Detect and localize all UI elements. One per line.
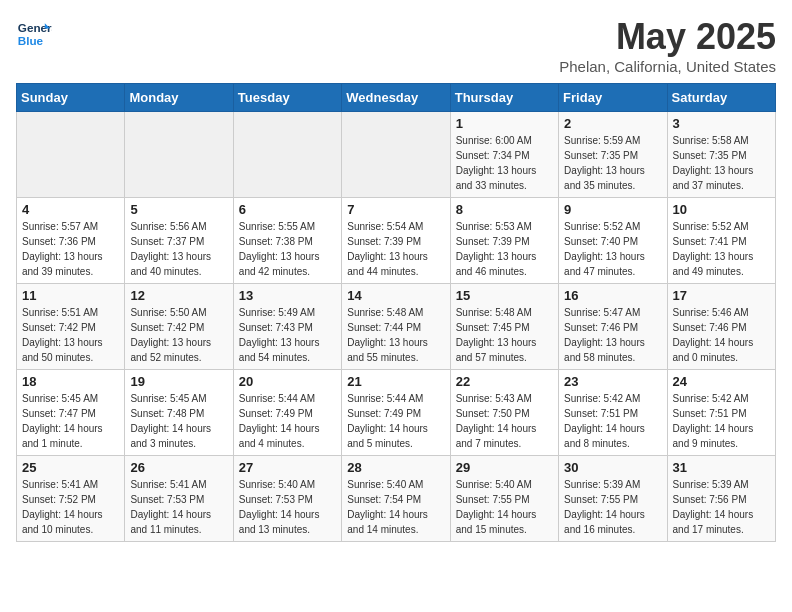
- day-info: Sunrise: 5:41 AM Sunset: 7:53 PM Dayligh…: [130, 477, 227, 537]
- calendar-cell: 18Sunrise: 5:45 AM Sunset: 7:47 PM Dayli…: [17, 370, 125, 456]
- day-info: Sunrise: 5:52 AM Sunset: 7:41 PM Dayligh…: [673, 219, 770, 279]
- day-info: Sunrise: 5:40 AM Sunset: 7:55 PM Dayligh…: [456, 477, 553, 537]
- svg-text:Blue: Blue: [18, 34, 44, 47]
- week-row-5: 25Sunrise: 5:41 AM Sunset: 7:52 PM Dayli…: [17, 456, 776, 542]
- day-number: 8: [456, 202, 553, 217]
- day-number: 11: [22, 288, 119, 303]
- page-header: General Blue May 2025 Phelan, California…: [16, 16, 776, 75]
- calendar-cell: 21Sunrise: 5:44 AM Sunset: 7:49 PM Dayli…: [342, 370, 450, 456]
- calendar-cell: 16Sunrise: 5:47 AM Sunset: 7:46 PM Dayli…: [559, 284, 667, 370]
- week-row-1: 1Sunrise: 6:00 AM Sunset: 7:34 PM Daylig…: [17, 112, 776, 198]
- day-info: Sunrise: 5:57 AM Sunset: 7:36 PM Dayligh…: [22, 219, 119, 279]
- day-info: Sunrise: 5:55 AM Sunset: 7:38 PM Dayligh…: [239, 219, 336, 279]
- calendar-cell: 11Sunrise: 5:51 AM Sunset: 7:42 PM Dayli…: [17, 284, 125, 370]
- calendar-cell: 9Sunrise: 5:52 AM Sunset: 7:40 PM Daylig…: [559, 198, 667, 284]
- calendar-cell: 22Sunrise: 5:43 AM Sunset: 7:50 PM Dayli…: [450, 370, 558, 456]
- day-info: Sunrise: 5:40 AM Sunset: 7:54 PM Dayligh…: [347, 477, 444, 537]
- calendar-cell: 4Sunrise: 5:57 AM Sunset: 7:36 PM Daylig…: [17, 198, 125, 284]
- day-number: 7: [347, 202, 444, 217]
- month-title: May 2025: [559, 16, 776, 58]
- day-info: Sunrise: 5:48 AM Sunset: 7:44 PM Dayligh…: [347, 305, 444, 365]
- calendar-cell: 3Sunrise: 5:58 AM Sunset: 7:35 PM Daylig…: [667, 112, 775, 198]
- calendar-cell: 5Sunrise: 5:56 AM Sunset: 7:37 PM Daylig…: [125, 198, 233, 284]
- day-number: 14: [347, 288, 444, 303]
- calendar-cell: 10Sunrise: 5:52 AM Sunset: 7:41 PM Dayli…: [667, 198, 775, 284]
- day-info: Sunrise: 5:40 AM Sunset: 7:53 PM Dayligh…: [239, 477, 336, 537]
- calendar-cell: 7Sunrise: 5:54 AM Sunset: 7:39 PM Daylig…: [342, 198, 450, 284]
- day-number: 6: [239, 202, 336, 217]
- day-info: Sunrise: 5:53 AM Sunset: 7:39 PM Dayligh…: [456, 219, 553, 279]
- day-number: 4: [22, 202, 119, 217]
- day-info: Sunrise: 5:48 AM Sunset: 7:45 PM Dayligh…: [456, 305, 553, 365]
- day-number: 2: [564, 116, 661, 131]
- weekday-header-thursday: Thursday: [450, 84, 558, 112]
- day-number: 25: [22, 460, 119, 475]
- day-number: 5: [130, 202, 227, 217]
- calendar-cell: 14Sunrise: 5:48 AM Sunset: 7:44 PM Dayli…: [342, 284, 450, 370]
- location: Phelan, California, United States: [559, 58, 776, 75]
- day-number: 27: [239, 460, 336, 475]
- day-number: 22: [456, 374, 553, 389]
- day-number: 30: [564, 460, 661, 475]
- calendar-cell: 13Sunrise: 5:49 AM Sunset: 7:43 PM Dayli…: [233, 284, 341, 370]
- calendar-cell: 30Sunrise: 5:39 AM Sunset: 7:55 PM Dayli…: [559, 456, 667, 542]
- day-info: Sunrise: 5:56 AM Sunset: 7:37 PM Dayligh…: [130, 219, 227, 279]
- week-row-2: 4Sunrise: 5:57 AM Sunset: 7:36 PM Daylig…: [17, 198, 776, 284]
- weekday-header-tuesday: Tuesday: [233, 84, 341, 112]
- day-number: 13: [239, 288, 336, 303]
- day-info: Sunrise: 5:47 AM Sunset: 7:46 PM Dayligh…: [564, 305, 661, 365]
- logo: General Blue: [16, 16, 52, 52]
- day-info: Sunrise: 5:39 AM Sunset: 7:56 PM Dayligh…: [673, 477, 770, 537]
- day-info: Sunrise: 5:46 AM Sunset: 7:46 PM Dayligh…: [673, 305, 770, 365]
- calendar-cell: 29Sunrise: 5:40 AM Sunset: 7:55 PM Dayli…: [450, 456, 558, 542]
- calendar-cell: [342, 112, 450, 198]
- calendar-cell: 15Sunrise: 5:48 AM Sunset: 7:45 PM Dayli…: [450, 284, 558, 370]
- day-info: Sunrise: 5:39 AM Sunset: 7:55 PM Dayligh…: [564, 477, 661, 537]
- day-number: 18: [22, 374, 119, 389]
- calendar-cell: 12Sunrise: 5:50 AM Sunset: 7:42 PM Dayli…: [125, 284, 233, 370]
- day-number: 3: [673, 116, 770, 131]
- calendar-cell: 6Sunrise: 5:55 AM Sunset: 7:38 PM Daylig…: [233, 198, 341, 284]
- day-number: 19: [130, 374, 227, 389]
- calendar-cell: 27Sunrise: 5:40 AM Sunset: 7:53 PM Dayli…: [233, 456, 341, 542]
- calendar-cell: 25Sunrise: 5:41 AM Sunset: 7:52 PM Dayli…: [17, 456, 125, 542]
- calendar-cell: [233, 112, 341, 198]
- day-info: Sunrise: 5:42 AM Sunset: 7:51 PM Dayligh…: [564, 391, 661, 451]
- weekday-header-saturday: Saturday: [667, 84, 775, 112]
- day-info: Sunrise: 5:42 AM Sunset: 7:51 PM Dayligh…: [673, 391, 770, 451]
- day-info: Sunrise: 6:00 AM Sunset: 7:34 PM Dayligh…: [456, 133, 553, 193]
- calendar-cell: 1Sunrise: 6:00 AM Sunset: 7:34 PM Daylig…: [450, 112, 558, 198]
- calendar-cell: 20Sunrise: 5:44 AM Sunset: 7:49 PM Dayli…: [233, 370, 341, 456]
- logo-icon: General Blue: [16, 16, 52, 52]
- calendar-cell: 31Sunrise: 5:39 AM Sunset: 7:56 PM Dayli…: [667, 456, 775, 542]
- day-number: 17: [673, 288, 770, 303]
- day-info: Sunrise: 5:51 AM Sunset: 7:42 PM Dayligh…: [22, 305, 119, 365]
- calendar-cell: [17, 112, 125, 198]
- day-number: 10: [673, 202, 770, 217]
- calendar-cell: 24Sunrise: 5:42 AM Sunset: 7:51 PM Dayli…: [667, 370, 775, 456]
- day-info: Sunrise: 5:43 AM Sunset: 7:50 PM Dayligh…: [456, 391, 553, 451]
- day-number: 15: [456, 288, 553, 303]
- day-number: 24: [673, 374, 770, 389]
- day-number: 20: [239, 374, 336, 389]
- day-number: 12: [130, 288, 227, 303]
- day-info: Sunrise: 5:44 AM Sunset: 7:49 PM Dayligh…: [239, 391, 336, 451]
- title-area: May 2025 Phelan, California, United Stat…: [559, 16, 776, 75]
- calendar-table: SundayMondayTuesdayWednesdayThursdayFrid…: [16, 83, 776, 542]
- day-number: 31: [673, 460, 770, 475]
- day-info: Sunrise: 5:45 AM Sunset: 7:47 PM Dayligh…: [22, 391, 119, 451]
- calendar-cell: 26Sunrise: 5:41 AM Sunset: 7:53 PM Dayli…: [125, 456, 233, 542]
- day-info: Sunrise: 5:59 AM Sunset: 7:35 PM Dayligh…: [564, 133, 661, 193]
- calendar-cell: 2Sunrise: 5:59 AM Sunset: 7:35 PM Daylig…: [559, 112, 667, 198]
- day-info: Sunrise: 5:58 AM Sunset: 7:35 PM Dayligh…: [673, 133, 770, 193]
- calendar-cell: 19Sunrise: 5:45 AM Sunset: 7:48 PM Dayli…: [125, 370, 233, 456]
- calendar-cell: 28Sunrise: 5:40 AM Sunset: 7:54 PM Dayli…: [342, 456, 450, 542]
- calendar-cell: 17Sunrise: 5:46 AM Sunset: 7:46 PM Dayli…: [667, 284, 775, 370]
- weekday-header-friday: Friday: [559, 84, 667, 112]
- weekday-header-sunday: Sunday: [17, 84, 125, 112]
- day-info: Sunrise: 5:44 AM Sunset: 7:49 PM Dayligh…: [347, 391, 444, 451]
- day-number: 26: [130, 460, 227, 475]
- day-info: Sunrise: 5:50 AM Sunset: 7:42 PM Dayligh…: [130, 305, 227, 365]
- day-number: 21: [347, 374, 444, 389]
- day-number: 23: [564, 374, 661, 389]
